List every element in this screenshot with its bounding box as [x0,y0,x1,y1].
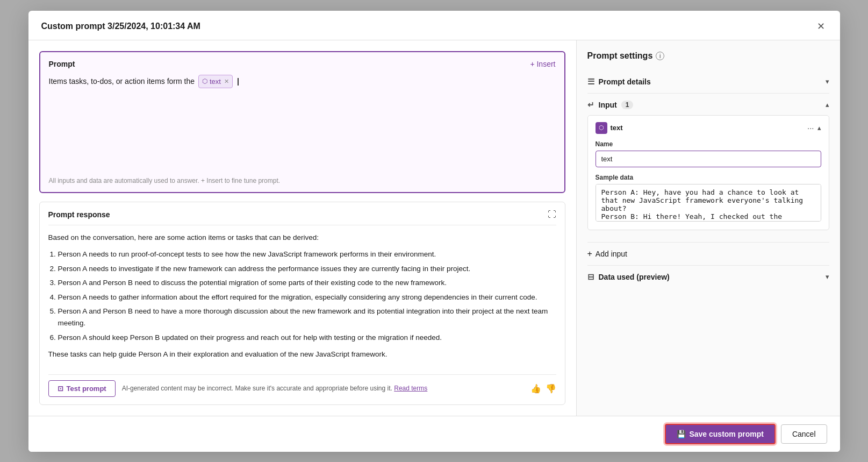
prompt-content-area[interactable]: Items tasks, to-dos, or action items for… [49,75,556,172]
sample-data-label: Sample data [596,174,821,181]
name-field-input[interactable] [596,151,821,167]
prompt-box-header: Prompt + Insert [49,60,556,68]
feedback-icons: 👍 👎 [530,383,556,394]
input-card-menu-button[interactable]: ··· [807,123,814,132]
modal-body: Prompt + Insert Items tasks, to-dos, or … [28,40,840,416]
prompt-box: Prompt + Insert Items tasks, to-dos, or … [39,51,565,193]
response-label: Prompt response [48,210,110,219]
input-card-header: ⬡ text ··· ▴ [596,122,821,134]
sample-data-textarea[interactable]: Person A: Hey, have you had a chance to … [596,184,821,222]
insert-button[interactable]: + Insert [530,60,555,68]
ai-disclaimer: AI-generated content may be incorrect. M… [122,385,524,392]
expand-button[interactable]: ⛶ [548,210,556,219]
list-item: Person A needs to investigate if the new… [58,263,556,275]
prompt-details-label: Prompt details [599,77,651,86]
response-box: Prompt response ⛶ Based on the conversat… [39,202,565,405]
input-section-chevron-up: ▴ [826,101,829,109]
modal-footer: 💾 Save custom prompt Cancel [28,416,840,452]
cancel-button[interactable]: Cancel [781,424,827,444]
right-panel: Prompt settings i ☰ Prompt details ▾ ↵ [577,40,840,416]
add-input-label: Add input [596,250,627,258]
modal-title: Custom prompt 3/25/2024, 10:01:34 AM [41,22,200,31]
data-used-chevron-down: ▾ [826,273,829,281]
tag-chip-label: text [210,76,221,87]
tag-chip-text[interactable]: ⬡ text ✕ [198,75,233,89]
tag-chip-icon: ⬡ [202,76,207,86]
test-prompt-button[interactable]: ⊡ Test prompt [48,380,116,397]
prompt-details-icon: ☰ [587,77,594,87]
input-card-name: text [611,124,623,132]
prompt-label: Prompt [49,60,75,68]
left-panel: Prompt + Insert Items tasks, to-dos, or … [28,40,577,416]
prompt-text-before: Items tasks, to-dos, or action items for… [49,76,195,85]
add-input-plus-icon: + [587,249,592,259]
response-list: Person A needs to run proof-of-concept t… [58,248,556,343]
tag-chip-close[interactable]: ✕ [224,77,229,86]
prompt-details-row[interactable]: ☰ Prompt details ▾ [587,70,829,94]
input-section-header[interactable]: ↵ Input 1 ▴ [587,94,829,115]
thumbs-up-button[interactable]: 👍 [530,383,541,394]
input-section: ↵ Input 1 ▴ ⬡ text [587,94,829,243]
input-icon: ↵ [587,100,594,110]
thumbs-down-button[interactable]: 👎 [546,383,556,394]
read-terms-link[interactable]: Read terms [394,385,427,392]
response-content: Based on the conversation, here are some… [48,232,556,367]
name-field-label: Name [596,140,821,148]
list-item: Person A and Person B need to discuss th… [58,277,556,289]
response-header: Prompt response ⛶ [48,210,556,225]
input-count-badge: 1 [621,101,634,109]
response-actions: ⊡ Test prompt AI-generated content may b… [48,374,556,397]
test-prompt-icon: ⊡ [58,385,63,393]
list-item: Person A needs to run proof-of-concept t… [58,248,556,260]
save-label: Save custom prompt [689,430,763,438]
prompt-footer-hint: All inputs and data are automatically us… [49,177,556,184]
response-intro: Based on the conversation, here are some… [48,232,556,244]
close-button[interactable]: ✕ [815,19,827,33]
save-custom-prompt-button[interactable]: 💾 Save custom prompt [665,424,775,444]
add-input-row[interactable]: + Add input [587,243,829,266]
input-label: Input [599,101,617,109]
prompt-details-chevron-down: ▾ [826,77,829,86]
save-icon: 💾 [677,430,686,438]
data-used-label: Data used (preview) [599,273,670,281]
test-prompt-label: Test prompt [67,385,106,393]
input-card-collapse-button[interactable]: ▴ [817,124,821,132]
info-icon[interactable]: i [656,52,664,60]
text-cursor [238,78,239,86]
response-conclusion: These tasks can help guide Person A in t… [48,349,556,360]
list-item: Person A should keep Person B updated on… [58,332,556,344]
input-card: ⬡ text ··· ▴ Name Sample data Person A: … [587,115,829,230]
data-used-icon: ⊟ [587,272,594,282]
settings-title: Prompt settings i [587,51,829,61]
modal-header: Custom prompt 3/25/2024, 10:01:34 AM ✕ [28,11,840,40]
list-item: Person A needs to gather information abo… [58,292,556,303]
list-item: Person A and Person B need to have a mor… [58,305,556,329]
custom-prompt-modal: Custom prompt 3/25/2024, 10:01:34 AM ✕ P… [28,11,840,452]
data-used-row[interactable]: ⊟ Data used (preview) ▾ [587,266,829,288]
input-card-type-icon: ⬡ [596,122,607,134]
